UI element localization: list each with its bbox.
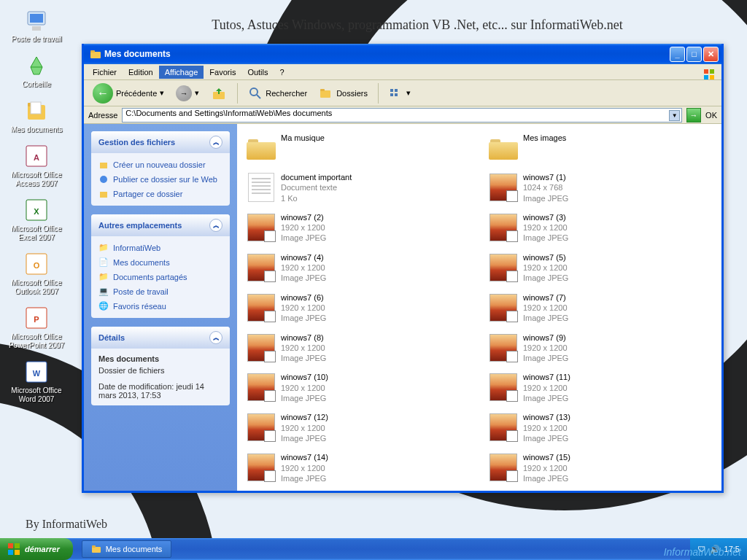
forward-button[interactable]: → ▾ (171, 82, 204, 104)
panel-header[interactable]: Autres emplacements ︽ (91, 214, 230, 236)
search-button[interactable]: Rechercher (244, 83, 311, 104)
desktop-icon-powerpoint[interactable]: P Microsoft Office PowerPoint 2007 (7, 305, 66, 350)
desktop-icon-label: Microsoft Office Word 2007 (7, 386, 66, 404)
file-name: winows7 (11) (523, 372, 570, 382)
taskbar: démarrer Mes documents 🛡 🔊 17:5 (0, 538, 747, 560)
task-link[interactable]: Créer un nouveau dossier (98, 158, 222, 172)
file-meta: 1920 x 1200 (281, 262, 326, 273)
menu-favoris[interactable]: Favoris (204, 66, 241, 79)
recycle-icon (23, 52, 50, 79)
up-button[interactable] (206, 82, 231, 104)
file-item[interactable]: winows7 (12) 1920 x 1200Image JPEG (244, 411, 472, 445)
file-item[interactable]: winows7 (3) 1920 x 1200Image JPEG (487, 211, 714, 245)
tasks-sidebar: Gestion des fichiers ︽ Créer un nouveau … (84, 124, 237, 491)
task-icon (98, 189, 109, 199)
titlebar[interactable]: Mes documents _ □ ✕ (84, 44, 721, 64)
collapse-icon[interactable]: ︽ (209, 219, 222, 232)
details-type: Dossier de fichiers (98, 365, 222, 376)
desktop-icon-mydocs[interactable]: Mes documents (7, 98, 66, 134)
svg-rect-27 (390, 89, 393, 92)
menu-fichier[interactable]: Fichier (87, 66, 123, 79)
menu-outils[interactable]: Outils (241, 66, 274, 79)
start-button[interactable]: démarrer (0, 538, 73, 560)
file-item[interactable]: winows7 (4) 1920 x 1200Image JPEG (244, 251, 472, 285)
desktop-icon-word[interactable]: W Microsoft Office Word 2007 (7, 359, 66, 404)
address-input[interactable]: C:\Documents and Settings\InformatiWeb\M… (122, 108, 682, 122)
desktop-icon-excel[interactable]: X Microsoft Office Excel 2007 (7, 197, 66, 242)
search-icon (248, 86, 263, 101)
file-meta: Image JPEG (281, 313, 326, 323)
folder-icon (90, 48, 101, 60)
file-meta: Image JPEG (523, 353, 568, 363)
file-item[interactable]: winows7 (7) 1920 x 1200Image JPEG (487, 291, 714, 325)
file-meta: Image JPEG (281, 393, 328, 403)
svg-rect-33 (100, 192, 107, 198)
views-button[interactable]: ▾ (384, 85, 415, 102)
collapse-icon[interactable]: ︽ (209, 331, 222, 344)
file-item[interactable]: Ma musique (244, 131, 472, 165)
file-meta: 1920 x 1200 (281, 383, 328, 393)
file-item[interactable]: winows7 (13) 1920 x 1200Image JPEG (487, 411, 714, 445)
image-thumbnail-icon (489, 334, 517, 362)
svg-rect-20 (704, 75, 708, 79)
desktop-icon-recycle[interactable]: Corbeille (7, 52, 66, 89)
svg-rect-31 (100, 163, 107, 168)
svg-line-24 (257, 95, 260, 98)
file-item[interactable]: winows7 (8) 1920 x 1200Image JPEG (244, 331, 472, 365)
taskbar-item[interactable]: Mes documents (82, 540, 172, 558)
file-meta: Document texte (281, 182, 352, 192)
file-item[interactable]: winows7 (11) 1920 x 1200Image JPEG (487, 370, 714, 405)
image-thumbnail-icon (489, 413, 517, 441)
file-item[interactable]: winows7 (5) 1920 x 1200Image JPEG (487, 251, 714, 285)
file-item[interactable]: winows7 (15) 1920 x 1200Image JPEG (487, 451, 714, 485)
place-link[interactable]: 📁InformatiWeb (98, 241, 222, 255)
dropdown-icon: ▾ (195, 88, 199, 98)
file-item[interactable]: document important Document texte1 Ko (244, 171, 472, 205)
desktop-icon-access[interactable]: A Microsoft Office Access 2007 (7, 143, 66, 188)
file-meta: 1920 x 1200 (523, 343, 568, 353)
close-button[interactable]: ✕ (703, 47, 719, 62)
image-thumbnail-icon (247, 413, 275, 441)
menu-edition[interactable]: Edition (123, 66, 159, 79)
place-link[interactable]: 📁Documents partagés (98, 270, 222, 284)
file-item[interactable]: Mes images (487, 131, 714, 165)
file-item[interactable]: winows7 (9) 1920 x 1200Image JPEG (487, 331, 714, 365)
taskbar-item-label: Mes documents (106, 545, 163, 553)
panel-header[interactable]: Détails ︽ (91, 327, 230, 349)
place-link[interactable]: 🌐Favoris réseau (98, 299, 222, 314)
svg-text:A: A (34, 153, 39, 162)
address-dropdown-icon[interactable]: ▼ (669, 110, 680, 121)
collapse-icon[interactable]: ︽ (209, 136, 222, 149)
svg-rect-28 (395, 89, 398, 92)
place-link[interactable]: 💻Poste de travail (98, 284, 222, 299)
task-link[interactable]: Publier ce dossier sur le Web (98, 172, 222, 187)
desktop-icon-computer[interactable]: Poste de travail (7, 7, 66, 44)
dropdown-icon: ▾ (406, 88, 411, 98)
menu-affichage[interactable]: Affichage (159, 66, 204, 79)
back-button[interactable]: ← Précédente ▾ (88, 80, 169, 106)
minimize-button[interactable]: _ (670, 47, 685, 62)
outlook-icon: O (23, 251, 50, 277)
file-meta: Image JPEG (281, 433, 328, 443)
svg-rect-29 (390, 93, 393, 96)
go-button[interactable]: → (686, 108, 701, 122)
desktop-icon-outlook[interactable]: O Microsoft Office Outlook 2007 (7, 251, 66, 296)
maximize-button[interactable]: □ (686, 47, 702, 62)
place-icon: 💻 (98, 287, 109, 297)
menu-?[interactable]: ? (274, 66, 290, 79)
file-meta: 1920 x 1200 (281, 343, 326, 353)
file-item[interactable]: winows7 (6) 1920 x 1200Image JPEG (244, 291, 472, 325)
folders-button[interactable]: Dossiers (314, 83, 372, 104)
file-item[interactable]: winows7 (1) 1024 x 768Image JPEG (487, 171, 714, 205)
svg-rect-5 (31, 102, 41, 114)
place-icon: 📄 (98, 257, 109, 268)
access-icon: A (23, 143, 50, 169)
place-link[interactable]: 📄Mes documents (98, 255, 222, 270)
folders-icon (319, 86, 333, 101)
file-name: winows7 (1) (523, 172, 568, 182)
file-item[interactable]: winows7 (2) 1920 x 1200Image JPEG (244, 211, 472, 245)
task-link[interactable]: Partager ce dossier (98, 187, 222, 201)
file-item[interactable]: winows7 (10) 1920 x 1200Image JPEG (244, 370, 472, 405)
panel-header[interactable]: Gestion des fichiers ︽ (91, 131, 230, 153)
file-item[interactable]: winows7 (14) 1920 x 1200Image JPEG (244, 451, 472, 485)
